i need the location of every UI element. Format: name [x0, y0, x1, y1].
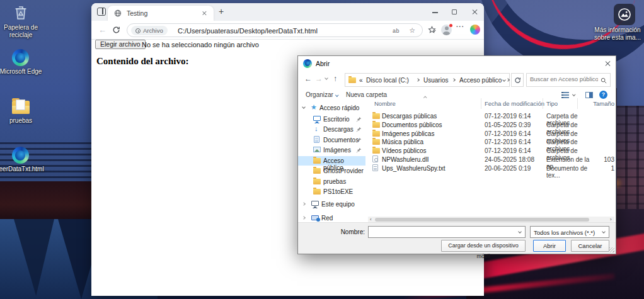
column-header-tipo[interactable]: Tipo — [546, 100, 558, 107]
read-aloud-icon[interactable]: ab — [393, 28, 400, 34]
filename-combobox[interactable] — [368, 226, 526, 238]
sidebar-item-imagenes[interactable]: Imágenes — [298, 145, 365, 155]
breadcrumb-overflow[interactable]: « — [359, 77, 363, 84]
sidebar-item-label: Red — [321, 215, 333, 222]
pin-icon — [356, 127, 362, 132]
resize-grip-icon[interactable] — [609, 247, 614, 252]
sidebar-item-documentos[interactable]: Documentos — [298, 135, 365, 145]
address-url[interactable]: C:/Users/puaterasu/Desktop/leerDataTxt.h… — [178, 27, 318, 35]
tab-testing[interactable]: Testing — [108, 6, 214, 21]
sidebar-quick-access[interactable]: ★ Acceso rápido — [298, 103, 365, 113]
folder-icon — [372, 139, 380, 145]
breadcrumb-item-disco-local[interactable]: Disco local (C:) — [366, 77, 409, 84]
view-mode-caret-icon[interactable] — [572, 93, 575, 96]
file-row-musica-publica[interactable]: Música pública 07-12-2019 6:14 Carpeta d… — [368, 138, 614, 146]
tab-actions-icon[interactable] — [97, 8, 106, 16]
folder-icon — [313, 179, 321, 184]
collections-star-icon[interactable] — [428, 26, 436, 34]
edge-html-icon — [12, 147, 29, 164]
combobox-chevron-icon[interactable] — [518, 230, 522, 234]
sidebar-item-descargas[interactable]: ↓ Descargas — [298, 125, 365, 134]
desktop-monitor-icon — [313, 116, 321, 121]
select-chevron-icon[interactable] — [602, 230, 606, 234]
file-row-imagenes-publicas[interactable]: Imágenes públicas 07-12-2019 6:14 Carpet… — [368, 130, 614, 138]
column-divider[interactable] — [577, 98, 578, 109]
file-row-ups-washuleruspy-txt[interactable]: Ups_WashuleruSpy.txt 20-06-2025 0:19 Doc… — [368, 164, 614, 172]
organize-menu[interactable]: Organizar — [306, 91, 333, 98]
scrollbar-thumb[interactable] — [375, 218, 589, 222]
breadcrumb-item-acceso-publico[interactable]: Acceso público — [459, 77, 502, 84]
collapse-chevron-icon[interactable] — [302, 202, 306, 206]
sidebar-item-ps1toexe[interactable]: PS1toEXE — [298, 187, 365, 196]
folder-icon — [313, 189, 321, 195]
folder-icon — [372, 148, 380, 154]
desktop: Papelera de reciclaje Microsoft Edge pru… — [0, 0, 644, 299]
filename-input[interactable] — [371, 228, 513, 235]
file-row-descargas-publicas[interactable]: Descargas públicas 07-12-2019 6:14 Carpe… — [368, 112, 614, 120]
new-folder-button[interactable]: Nueva carpeta — [346, 91, 387, 98]
address-bar[interactable]: Archivo C:/Users/puaterasu/Desktop/leerD… — [127, 23, 423, 37]
sidebar-item-escritorio[interactable]: Escritorio — [298, 115, 365, 124]
column-header-fecha[interactable]: Fecha de modificación — [485, 100, 544, 107]
load-from-mobile-button[interactable]: Cargar desde un dispositivo móvil — [441, 240, 526, 252]
file-row-npwashuleru-dll[interactable]: NPWashuleru.dll 24-05-2025 18:08 Extensi… — [368, 155, 614, 164]
scroll-left-icon[interactable]: ‹ — [370, 217, 372, 222]
refresh-button[interactable] — [511, 73, 524, 87]
open-button[interactable]: Abrir — [533, 240, 566, 252]
file-type-select[interactable]: Todos los archivos (*.*) — [530, 226, 609, 238]
back-icon[interactable]: ← — [98, 25, 106, 35]
breadcrumb-bar[interactable]: « Disco local (C:) Usuarios Acceso públi… — [345, 73, 510, 87]
sidebar-item-label: Acceso rápido — [319, 104, 359, 111]
nav-up-icon[interactable]: ↑ — [333, 74, 337, 83]
search-input[interactable] — [530, 76, 598, 82]
choose-file-button[interactable]: Elegir archivo — [95, 40, 146, 49]
file-scheme-badge[interactable]: Archivo — [131, 26, 168, 35]
dialog-close-icon[interactable] — [604, 60, 611, 67]
preview-pane-icon[interactable] — [585, 92, 593, 98]
document-icon — [314, 136, 319, 143]
breadcrumb-item-usuarios[interactable]: Usuarios — [423, 77, 448, 84]
folder-icon — [12, 101, 30, 114]
search-box[interactable] — [526, 73, 611, 87]
sidebar-item-ghostprovider[interactable]: GhostProvider — [298, 166, 365, 176]
collapse-chevron-icon[interactable] — [302, 216, 306, 220]
maximize-icon[interactable] — [452, 9, 457, 14]
copilot-icon[interactable] — [470, 25, 480, 35]
new-tab-button[interactable]: + — [219, 6, 224, 16]
breadcrumb-separator-icon — [452, 78, 456, 82]
expand-chevron-icon[interactable] — [302, 105, 306, 109]
sidebar-item-label: Documentos — [323, 137, 359, 144]
info-icon — [135, 28, 141, 33]
close-icon[interactable] — [471, 9, 478, 15]
scroll-right-icon[interactable]: › — [610, 217, 612, 222]
more-menu-icon[interactable]: ··· — [456, 23, 464, 30]
network-icon — [311, 215, 319, 220]
help-icon[interactable] — [599, 91, 607, 99]
file-row-documentos-publicos[interactable]: Documentos públicos 01-05-2025 0:39 Carp… — [368, 121, 614, 129]
sidebar-item-acceso-publico[interactable]: Acceso público — [298, 156, 365, 166]
file-type-value: Todos los archivos (*.*) — [534, 229, 595, 236]
sidebar-item-pruebas[interactable]: pruebas — [298, 177, 365, 186]
favorite-star-icon[interactable]: ☆ — [409, 26, 415, 35]
file-name: NPWashuleru.dll — [382, 156, 428, 163]
column-divider[interactable] — [543, 98, 543, 109]
folder-icon — [372, 113, 380, 119]
refresh-icon[interactable] — [112, 26, 120, 34]
nav-history-chevron-icon[interactable] — [325, 76, 328, 80]
sidebar-item-este-equipo[interactable]: Este equipo — [298, 200, 365, 209]
sidebar-item-red[interactable]: Red — [298, 213, 365, 223]
column-header-tamano[interactable]: Tamaño — [581, 100, 614, 107]
sidebar-item-label: Imágenes — [323, 147, 351, 154]
view-mode-icon[interactable] — [561, 92, 569, 98]
edge-icon — [12, 49, 29, 66]
nav-back-icon[interactable]: ← — [304, 74, 312, 83]
breadcrumb-dropdown-icon[interactable] — [502, 78, 506, 82]
sidebar-item-label: GhostProvider — [323, 167, 364, 174]
file-row-videos-publicos[interactable]: Vídeos públicos 07-12-2019 6:14 Carpeta … — [368, 147, 614, 155]
column-header-nombre[interactable]: Nombre — [374, 100, 396, 107]
column-divider[interactable] — [481, 98, 481, 109]
cancel-button[interactable]: Cancelar — [571, 240, 609, 252]
minimize-icon[interactable] — [432, 12, 438, 13]
organize-caret-icon — [335, 93, 338, 96]
tab-close-icon[interactable] — [202, 11, 207, 16]
